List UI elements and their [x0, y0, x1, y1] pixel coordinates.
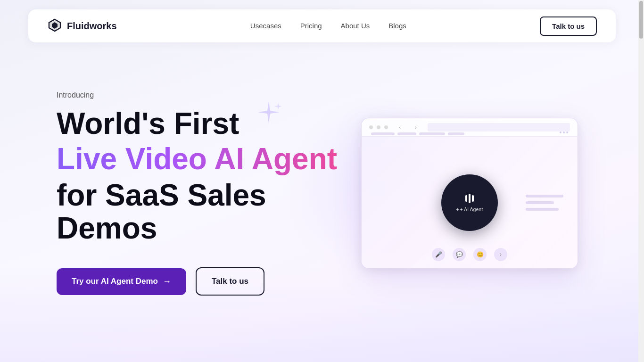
navbar: Fluidworks Usecases Pricing About Us Blo…: [28, 9, 616, 42]
talk-to-us-button[interactable]: Talk to us: [196, 267, 264, 296]
audio-bar-3: [472, 195, 474, 202]
audio-bar-2: [469, 194, 471, 203]
mockup-line-1: [526, 195, 563, 197]
browser-forward: ›: [412, 123, 420, 132]
mockup-nav-item-4: [448, 132, 464, 135]
ai-agent-circle: ++ AI Agent: [441, 174, 498, 231]
logo-text: Fluidworks: [67, 21, 117, 32]
browser-back: ‹: [396, 123, 404, 132]
hero-buttons: Try our AI Agent Demo → Talk to us: [57, 267, 342, 296]
browser-dot-3: [384, 125, 388, 129]
introducing-text: Introducing: [57, 91, 342, 99]
audio-bar-1: [465, 195, 467, 202]
mockup-nav-item-2: [397, 132, 416, 135]
hero-title-line1: World's First: [57, 107, 342, 140]
hero-mockup: ‹ ›: [361, 118, 587, 269]
mockup-line-3: [526, 208, 559, 211]
logo[interactable]: Fluidworks: [47, 18, 117, 33]
browser-dot-1: [369, 125, 373, 129]
nav-item-blogs[interactable]: Blogs: [388, 22, 406, 30]
scrollbar-thumb[interactable]: [639, 1, 643, 39]
mockup-side-lines: [526, 195, 563, 211]
mockup-line-2: [526, 201, 554, 204]
mockup-chat-icon: 💬: [453, 248, 466, 261]
ai-audio-bars: [465, 194, 474, 203]
nav-item-pricing[interactable]: Pricing: [300, 22, 322, 30]
nav-cta-button[interactable]: Talk to us: [540, 16, 597, 36]
browser-address-bar: [428, 123, 570, 132]
mockup-nav-item-1: [371, 132, 395, 135]
browser-content: ++ AI Agent 🎤 💬 😊 ›: [362, 137, 578, 269]
arrow-icon: →: [163, 277, 171, 287]
mockup-bottom-bar: 🎤 💬 😊 ›: [432, 248, 507, 261]
hero-title-line2: Live Video AI Agent: [57, 142, 342, 177]
nav-links: Usecases Pricing About Us Blogs: [250, 22, 406, 30]
mockup-nav-item-3: [419, 132, 445, 135]
try-demo-label: Try our AI Agent Demo: [72, 277, 158, 286]
mockup-emoji-icon: 😊: [473, 248, 487, 261]
mockup-send-icon: ›: [494, 248, 507, 261]
hero-title-line3: for SaaS Sales Demos: [57, 179, 342, 245]
page-scrollbar[interactable]: [638, 0, 644, 362]
logo-icon: [47, 18, 62, 33]
browser-dot-2: [377, 125, 380, 129]
try-demo-button[interactable]: Try our AI Agent Demo →: [57, 268, 186, 295]
hero-content: Introducing World's First Live Video AI …: [57, 91, 342, 296]
nav-item-about[interactable]: About Us: [341, 22, 370, 30]
mockup-more-dots: [560, 132, 568, 133]
mockup-mic-icon: 🎤: [432, 248, 445, 261]
nav-item-usecases[interactable]: Usecases: [250, 22, 281, 30]
ai-agent-label: ++ AI Agent: [456, 207, 483, 212]
mockup-nav: [371, 132, 540, 135]
browser-window: ‹ ›: [361, 118, 578, 269]
hero-section: Introducing World's First Live Video AI …: [0, 42, 644, 335]
